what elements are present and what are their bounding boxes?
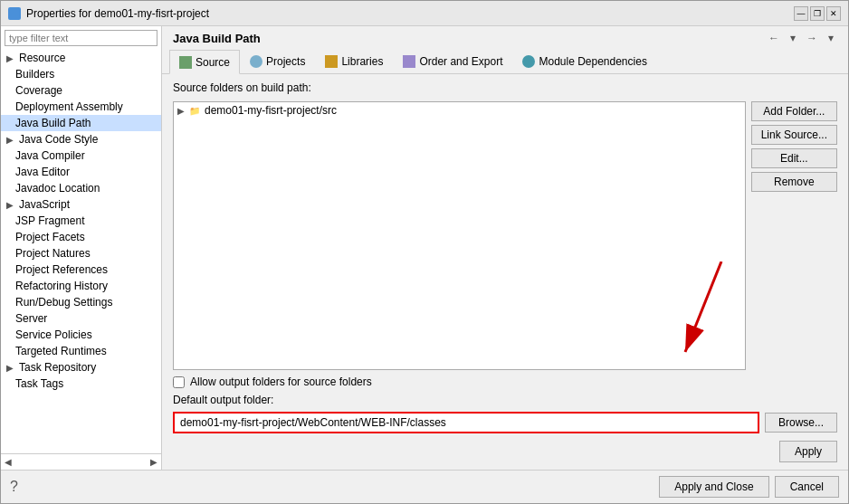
window-icon: [8, 7, 21, 20]
apply-row: Apply: [173, 441, 837, 462]
sidebar-label-targeted-runtimes: Targeted Runtimes: [15, 345, 107, 357]
minimize-button[interactable]: —: [794, 6, 808, 21]
title-controls: — ❐ ✕: [794, 6, 841, 21]
sidebar-item-service-policies[interactable]: Service Policies: [1, 327, 161, 343]
properties-window: Properties for demo01-my-fisrt-project —…: [0, 0, 849, 504]
filter-input[interactable]: [5, 30, 157, 46]
sidebar-label-project-references: Project References: [15, 263, 108, 276]
tab-projects[interactable]: Projects: [240, 50, 315, 73]
restore-button[interactable]: ❐: [810, 6, 825, 21]
output-folder-row: Browse...: [173, 412, 837, 433]
sidebar-item-task-repository[interactable]: ▶Task Repository: [1, 359, 161, 376]
tab-module-dependencies[interactable]: Module Dependencies: [512, 50, 656, 73]
sidebar-item-refactoring-history[interactable]: Refactoring History: [1, 278, 161, 294]
apply-button[interactable]: Apply: [779, 441, 837, 462]
browse-button[interactable]: Browse...: [765, 413, 837, 433]
panel-nav-arrows: ← ▾ → ▾: [765, 30, 837, 46]
edit-button[interactable]: Edit...: [751, 148, 837, 168]
sidebar-item-task-tags[interactable]: Task Tags: [1, 376, 161, 392]
tree-icon-src-folder: 📁: [188, 104, 201, 117]
sidebar-item-coverage[interactable]: Coverage: [1, 82, 161, 99]
apply-and-close-button[interactable]: Apply and Close: [659, 476, 768, 498]
sidebar-item-jsp-fragment[interactable]: JSP Fragment: [1, 213, 161, 229]
source-buttons: Add Folder... Link Source... Edit... Rem…: [751, 101, 837, 370]
panel-title: Java Build Path: [173, 32, 261, 45]
sidebar-item-javascript[interactable]: ▶JavaScript: [1, 196, 161, 213]
sidebar-item-project-facets[interactable]: Project Facets: [1, 229, 161, 245]
sidebar-item-resource[interactable]: ▶Resource: [1, 50, 161, 66]
panel-body: Source folders on build path: ▶📁demo01-m…: [162, 74, 848, 470]
sidebar-item-targeted-runtimes[interactable]: Targeted Runtimes: [1, 343, 161, 359]
tab-icon-order-export: [403, 55, 415, 68]
title-bar: Properties for demo01-my-fisrt-project —…: [1, 1, 848, 26]
sidebar-label-project-facets: Project Facets: [15, 231, 85, 243]
help-icon[interactable]: ?: [10, 479, 18, 495]
add-folder-button[interactable]: Add Folder...: [751, 101, 837, 121]
allow-output-checkbox[interactable]: [173, 376, 185, 388]
sidebar-item-javadoc-location[interactable]: Javadoc Location: [1, 180, 161, 196]
sidebar-label-server: Server: [15, 312, 47, 325]
sidebar-item-builders[interactable]: Builders: [1, 66, 161, 82]
sidebar-item-deployment-assembly[interactable]: Deployment Assembly: [1, 99, 161, 115]
sidebar-scroll-left[interactable]: ◀: [5, 457, 12, 467]
sidebar-item-server[interactable]: Server: [1, 310, 161, 327]
source-section-label: Source folders on build path:: [173, 81, 837, 94]
sidebar-label-project-natures: Project Natures: [15, 247, 91, 260]
sidebar-item-project-references[interactable]: Project References: [1, 262, 161, 278]
expand-arrow-task-repository: ▶: [6, 363, 14, 373]
right-panel: Java Build Path ← ▾ → ▾ SourceProjectsLi…: [162, 26, 848, 470]
panel-header-row: Java Build Path ← ▾ → ▾: [162, 26, 848, 50]
sidebar-item-project-natures[interactable]: Project Natures: [1, 245, 161, 262]
cancel-button[interactable]: Cancel: [775, 476, 839, 498]
nav-back-arrow[interactable]: ←: [765, 30, 783, 46]
source-tree[interactable]: ▶📁demo01-my-fisrt-project/src: [173, 101, 746, 370]
tab-icon-module-dependencies: [522, 55, 535, 68]
tabs-bar: SourceProjectsLibrariesOrder and ExportM…: [162, 50, 848, 74]
sidebar-scroll-right[interactable]: ▶: [150, 457, 157, 467]
sidebar-scroll-area: ▶ResourceBuildersCoverageDeployment Asse…: [1, 50, 161, 453]
nav-forward-arrow[interactable]: →: [803, 30, 821, 46]
tab-icon-projects: [250, 55, 262, 68]
sidebar-item-java-editor[interactable]: Java Editor: [1, 164, 161, 180]
sidebar-label-builders: Builders: [15, 68, 54, 81]
sidebar-item-java-compiler[interactable]: Java Compiler: [1, 147, 161, 164]
tree-row-src-folder[interactable]: ▶📁demo01-my-fisrt-project/src: [174, 102, 745, 119]
tabs: SourceProjectsLibrariesOrder and ExportM…: [169, 50, 657, 73]
sidebar-item-java-code-style[interactable]: ▶Java Code Style: [1, 131, 161, 147]
tab-label-libraries: Libraries: [341, 55, 383, 68]
link-source-button[interactable]: Link Source...: [751, 125, 837, 145]
tab-libraries[interactable]: Libraries: [315, 50, 393, 73]
sidebar-label-refactoring-history: Refactoring History: [15, 280, 108, 292]
close-button[interactable]: ✕: [826, 6, 841, 21]
remove-button[interactable]: Remove: [751, 172, 837, 192]
tab-order-export[interactable]: Order and Export: [393, 50, 512, 73]
tab-source[interactable]: Source: [169, 50, 240, 74]
output-folder-label: Default output folder:: [173, 394, 837, 406]
tab-icon-libraries: [325, 55, 338, 68]
tab-label-order-export: Order and Export: [419, 55, 502, 68]
tree-label-src-folder: demo01-my-fisrt-project/src: [205, 104, 337, 117]
sidebar-label-resource: Resource: [19, 52, 65, 64]
main-content: ▶ResourceBuildersCoverageDeployment Asse…: [1, 26, 848, 470]
sidebar-label-javadoc-location: Javadoc Location: [15, 182, 100, 195]
sidebar-label-service-policies: Service Policies: [15, 328, 92, 341]
expand-arrow-resource: ▶: [6, 53, 14, 63]
sidebar-label-deployment-assembly: Deployment Assembly: [15, 100, 123, 113]
sidebar-label-java-code-style: Java Code Style: [19, 133, 98, 146]
sidebar-label-java-compiler: Java Compiler: [15, 149, 85, 162]
nav-forward-dropdown[interactable]: ▾: [825, 30, 837, 46]
sidebar-item-java-build-path[interactable]: Java Build Path: [1, 115, 161, 131]
nav-dropdown-arrow[interactable]: ▾: [787, 30, 799, 46]
expand-arrow-javascript: ▶: [6, 200, 14, 210]
sidebar-bottom: ◀ ▶: [1, 453, 161, 470]
sidebar-item-run-debug-settings[interactable]: Run/Debug Settings: [1, 294, 161, 310]
expand-arrow-java-code-style: ▶: [6, 135, 14, 145]
sidebar-label-task-repository: Task Repository: [19, 361, 96, 374]
output-folder-input[interactable]: [173, 412, 759, 433]
tree-arrow-src-folder: ▶: [177, 106, 185, 116]
allow-output-label: Allow output folders for source folders: [190, 376, 372, 388]
source-area: ▶📁demo01-my-fisrt-project/src Add Folder…: [173, 101, 837, 370]
tab-label-projects: Projects: [266, 55, 305, 68]
sidebar-label-javascript: JavaScript: [19, 198, 70, 211]
sidebar-label-jsp-fragment: JSP Fragment: [15, 214, 84, 227]
